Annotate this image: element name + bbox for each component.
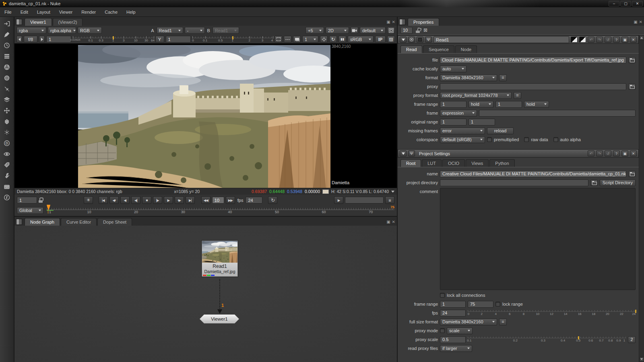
toolbar-item-transform[interactable] xyxy=(1,105,13,116)
close-panel-button[interactable]: ✕ xyxy=(630,150,637,156)
next-keyframe-button[interactable]: •▶ xyxy=(175,196,184,204)
pane-close-icon[interactable]: ✕ xyxy=(392,20,395,24)
range-from-input[interactable]: 1 xyxy=(440,101,466,108)
gain-slider-handle[interactable] xyxy=(113,36,114,39)
read1-node[interactable]: Read1 Damietta_ref.jpg xyxy=(202,241,238,277)
prev-keyframe-button[interactable]: ◀• xyxy=(109,196,119,204)
pane-close-icon[interactable]: ✕ xyxy=(639,20,642,24)
proxy-toggle-button[interactable] xyxy=(293,36,301,43)
redo-button[interactable]: ↷ xyxy=(596,37,603,43)
b-input-dropdown[interactable]: Read1 xyxy=(213,27,239,34)
minimize-button[interactable]: – xyxy=(609,1,619,6)
flipbook-range-input[interactable] xyxy=(345,197,384,204)
pane-menu-icon[interactable] xyxy=(399,19,405,25)
render-controls-button[interactable]: ≣ xyxy=(385,196,394,204)
marquee-button[interactable] xyxy=(275,36,282,43)
float-panel-button[interactable]: ▣ xyxy=(621,150,628,156)
project-name-browser-button[interactable] xyxy=(628,171,636,177)
toolbar-item-particles[interactable] xyxy=(1,127,13,138)
project-wrench-button[interactable]: Ψ xyxy=(408,150,415,156)
collapse-button[interactable] xyxy=(400,37,407,43)
channel-mask-button[interactable] xyxy=(571,37,578,43)
pane-close-icon[interactable]: ✕ xyxy=(392,220,395,224)
format-eq-button[interactable]: = xyxy=(499,74,507,81)
goto-start-button[interactable]: |◀ xyxy=(99,196,108,204)
toolbar-item-keyer[interactable] xyxy=(1,83,13,94)
frame-lock-icon[interactable] xyxy=(39,197,43,203)
tab-python[interactable]: Python xyxy=(489,159,514,167)
current-frame-input[interactable]: 1 xyxy=(17,197,37,204)
proxy-scale-input[interactable]: 0.5 xyxy=(440,336,466,343)
menu-help[interactable]: Help xyxy=(122,7,140,16)
menu-file[interactable]: File xyxy=(0,7,16,16)
center-node-button[interactable] xyxy=(408,37,415,43)
project-name-input[interactable]: Creative Cloud Files/MANUALE DI MATTE PA… xyxy=(440,171,626,177)
input-process-button[interactable]: IP xyxy=(375,36,386,43)
menu-layout[interactable]: Layout xyxy=(33,7,55,16)
colorspace-dropdown[interactable]: default (sRGB) xyxy=(440,136,485,143)
proxy-scale-slider[interactable]: 0.1 0.2 0.3 0.4 0.5 0.6 0.7 0.8 0.9 1 xyxy=(468,336,626,343)
frame-hold-button[interactable]: ✳ xyxy=(84,196,93,204)
cache-locally-dropdown[interactable]: auto xyxy=(440,66,466,72)
close-button[interactable]: ✕ xyxy=(632,1,643,6)
stereo-dropdown[interactable]: default xyxy=(360,27,386,34)
proxy-scale-slider-handle[interactable] xyxy=(578,336,579,339)
comment-textarea[interactable] xyxy=(440,188,636,290)
layer-dropdown[interactable]: rgba.alpha xyxy=(48,27,76,34)
viewer-canvas[interactable]: 3840,2160 Damietta xyxy=(14,43,397,188)
play-backward-button[interactable]: ◀ xyxy=(120,196,130,204)
toolbar-item-channel[interactable] xyxy=(1,51,13,62)
menu-render[interactable]: Render xyxy=(77,7,100,16)
roi-button[interactable] xyxy=(284,36,291,43)
lock-range-checkbox[interactable] xyxy=(495,302,500,306)
unlock-icon[interactable] xyxy=(416,28,420,33)
hold-after-dropdown[interactable]: hold xyxy=(524,101,549,108)
channels-dropdown[interactable]: rgba xyxy=(17,27,46,34)
node-graph-canvas[interactable]: Read1 Damietta_ref.jpg 1 Viewer1 xyxy=(14,226,397,362)
collapse-button[interactable] xyxy=(400,150,407,156)
tab-node[interactable]: Node xyxy=(455,45,477,53)
tab-dope-sheet[interactable]: Dope Sheet xyxy=(97,218,132,226)
tab-read[interactable]: Read xyxy=(400,45,422,53)
node-connection[interactable] xyxy=(219,279,220,309)
close-all-panels-icon[interactable]: ⊠ xyxy=(423,27,427,33)
gamma-button[interactable]: Y xyxy=(155,36,164,43)
scroll-up-button[interactable] xyxy=(640,35,644,40)
fps-slider-handle[interactable] xyxy=(635,310,636,313)
tab-viewer2[interactable]: (Viewer2) xyxy=(53,18,83,26)
toolbar-item-3d[interactable] xyxy=(1,116,13,127)
frame-range-mode-dropdown[interactable]: Global xyxy=(17,207,43,214)
proxy-scale-max-button[interactable]: 2 xyxy=(628,336,636,343)
fstop-button[interactable]: f/8 xyxy=(24,36,37,43)
toolbar-item-deep[interactable]: D xyxy=(1,138,13,148)
proxy-mode-dropdown[interactable]: scale xyxy=(447,327,473,334)
node-name-field[interactable]: Read1 xyxy=(433,36,569,43)
script-directory-button[interactable]: Script Directory xyxy=(600,179,636,186)
timeline-ruler[interactable]: 1 10 20 30 40 50 60 70 75 xyxy=(47,206,394,214)
scroll-down-button[interactable] xyxy=(640,357,644,362)
gain-next-button[interactable] xyxy=(39,36,45,43)
tab-properties[interactable]: Properties xyxy=(408,18,439,26)
step-forward-button[interactable]: |▶ xyxy=(153,196,162,204)
properties-scrollbar[interactable] xyxy=(639,35,644,362)
node-color-button[interactable] xyxy=(417,37,423,43)
missing-frames-dropdown[interactable]: error xyxy=(440,128,485,134)
viewer1-node[interactable]: Viewer1 xyxy=(200,315,239,323)
fps-slider[interactable]: 0 2 4 6 8 10 12 14 16 18 20 xyxy=(468,310,636,316)
toolbar-item-other[interactable] xyxy=(1,181,13,192)
tab-root[interactable]: Root xyxy=(400,159,421,167)
gamma-input[interactable]: 1 xyxy=(166,36,191,43)
pane-float-icon[interactable]: ▣ xyxy=(634,20,637,24)
project-range-from-input[interactable]: 1 xyxy=(440,301,466,308)
toolbar-item-filter[interactable] xyxy=(1,72,13,83)
chevron-down-icon[interactable] xyxy=(391,191,394,193)
menu-viewer[interactable]: Viewer xyxy=(55,7,77,16)
tab-curve-editor[interactable]: Curve Editor xyxy=(61,218,97,226)
project-directory-browser-button[interactable] xyxy=(590,180,598,186)
refresh-button[interactable]: ↻ xyxy=(329,36,337,43)
zoom-dropdown[interactable]: +5 xyxy=(305,27,324,34)
proxy-format-dropdown[interactable]: root.proxy_format 1024x778 xyxy=(440,92,512,99)
max-panels-input[interactable]: 10 xyxy=(400,27,413,34)
reload-button[interactable]: reload xyxy=(487,128,514,134)
play-button[interactable]: ▶ xyxy=(164,196,173,204)
